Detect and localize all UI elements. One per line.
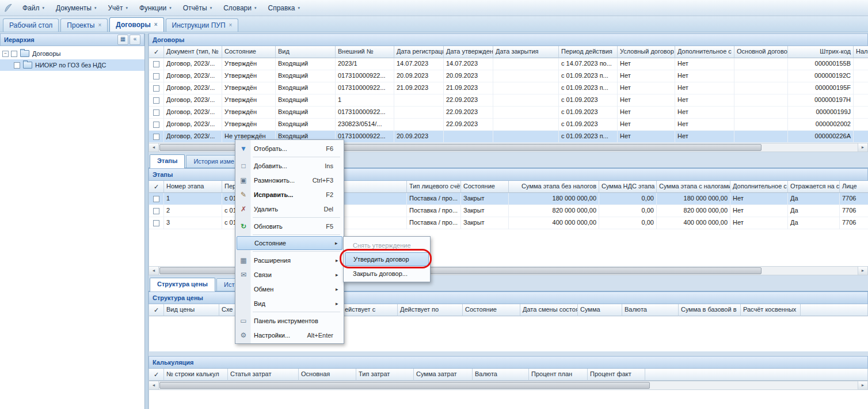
context-submenu-item-0[interactable]: Снять утверждение <box>345 238 429 252</box>
tree-checkbox[interactable] <box>11 51 17 57</box>
row-checkbox[interactable] <box>153 85 159 92</box>
row-checkbox[interactable] <box>153 122 159 128</box>
row-checkbox[interactable] <box>153 208 159 214</box>
row-checkbox[interactable] <box>153 97 159 104</box>
close-icon[interactable]: × <box>229 22 233 28</box>
column-header[interactable]: Основная <box>299 369 356 381</box>
close-icon[interactable]: × <box>98 22 101 28</box>
scroll-left-icon[interactable]: ◄ <box>149 381 159 389</box>
column-header[interactable]: Процент план <box>529 369 588 381</box>
row-checkbox[interactable] <box>153 73 159 79</box>
column-header[interactable]: Документ (тип, № <box>164 46 222 58</box>
context-menu-item[interactable]: ↻ОбновитьF5 <box>237 219 342 233</box>
scrollbar-thumb[interactable] <box>159 382 650 389</box>
column-header[interactable]: Дата регистрации <box>394 46 444 58</box>
column-header[interactable]: Валюта <box>473 369 529 381</box>
column-header[interactable]: Дата утверждения <box>444 46 493 58</box>
menu-reports[interactable]: Отчёты▾ <box>178 2 217 14</box>
context-menu-item[interactable]: ✎Исправить...F2 <box>237 187 342 202</box>
select-all-header[interactable]: ✓ <box>149 181 164 193</box>
column-header[interactable]: Нало <box>854 46 868 58</box>
context-menu-item[interactable]: Обмен▸ <box>237 282 342 296</box>
select-all-header[interactable]: ✓ <box>149 304 164 316</box>
tab-desktop[interactable]: Рабочий стол <box>3 18 59 32</box>
row-checkbox[interactable] <box>153 220 159 226</box>
select-all-header[interactable]: ✓ <box>149 46 164 58</box>
column-header[interactable]: Статья затрат <box>228 369 299 381</box>
column-header[interactable]: Сумма НДС этапа <box>599 181 657 193</box>
context-submenu-item-1[interactable]: Утвердить договор <box>345 252 429 266</box>
column-header[interactable]: Сумма этапа без налогов <box>509 181 599 193</box>
column-header[interactable]: Внешний № <box>336 46 394 58</box>
row-checkbox[interactable] <box>153 109 159 116</box>
column-header[interactable]: Дополнительное с <box>730 181 788 193</box>
tab-contracts[interactable]: Договоры× <box>109 17 163 32</box>
column-header[interactable]: Процент факт <box>588 369 645 381</box>
scroll-left-icon[interactable]: ◄ <box>149 143 159 152</box>
scrollbar-track[interactable] <box>159 381 858 389</box>
context-submenu-item-2[interactable]: Закрыть договор... <box>345 266 429 281</box>
row-checkbox[interactable] <box>153 196 159 202</box>
column-header[interactable]: Тип лицевого счёт <box>407 181 461 193</box>
tab-change-history[interactable]: История изме <box>186 155 242 168</box>
column-header[interactable]: Состояние <box>463 304 520 316</box>
context-menu-item[interactable]: ⚙Настройки...Alt+Enter <box>237 328 342 342</box>
column-header[interactable]: Валюта <box>622 304 679 316</box>
close-icon[interactable]: × <box>154 22 158 28</box>
column-header[interactable]: Состояние <box>461 181 509 193</box>
column-header[interactable]: Лице <box>840 181 868 193</box>
column-header[interactable]: Период действия <box>559 46 618 58</box>
table-row[interactable]: Договор, 2023/...УтверждёнВходящий2023/1… <box>149 58 868 70</box>
context-menu-item[interactable]: ▣Размножить...Ctrl+F3 <box>237 173 342 187</box>
context-menu-item[interactable]: ✗УдалитьDel <box>237 202 342 216</box>
column-header[interactable]: Номер этапа <box>164 181 222 193</box>
column-header[interactable]: Отражается на су <box>788 181 840 193</box>
tab-stages[interactable]: Этапы <box>150 154 185 168</box>
tab-pup-instructions[interactable]: Инструкции ПУП× <box>166 18 239 32</box>
column-header[interactable]: Дата закрытия <box>493 46 559 58</box>
horizontal-scrollbar[interactable]: ◄ ► <box>149 381 868 390</box>
menu-functions[interactable]: Функции▾ <box>134 2 177 14</box>
column-header[interactable]: Расчёт косвенных <box>741 304 801 316</box>
menu-documents[interactable]: Документы▾ <box>51 2 101 14</box>
context-menu-item[interactable]: □Добавить...Ins <box>237 158 342 173</box>
column-header[interactable]: Дата смены состоя <box>520 304 578 316</box>
column-header[interactable]: Условный договор <box>618 46 675 58</box>
column-header[interactable]: № строки калькул <box>164 369 228 381</box>
context-menu-item[interactable]: ▼Отобрать...F6 <box>237 141 342 156</box>
row-checkbox[interactable] <box>153 61 159 67</box>
menu-file[interactable]: Файл▾ <box>17 2 50 14</box>
context-menu-item[interactable]: Состояние▸ <box>237 236 342 250</box>
collapse-icon[interactable]: − <box>2 51 9 57</box>
menu-help[interactable]: Справка▾ <box>262 2 305 14</box>
column-header[interactable]: Сумма в базовой в <box>679 304 741 316</box>
context-menu-item[interactable]: ▦Расширения▸ <box>237 253 342 267</box>
tab-projects[interactable]: Проекты× <box>60 18 108 32</box>
tree-item-contracts[interactable]: − Договоры <box>0 48 144 59</box>
column-header[interactable]: ействует с <box>342 304 398 316</box>
row-checkbox[interactable] <box>153 134 159 140</box>
column-header[interactable]: Действует по <box>398 304 463 316</box>
column-header[interactable]: Штрих-код <box>788 46 854 58</box>
column-header[interactable]: Состояние <box>222 46 276 58</box>
column-header[interactable]: Сумма этапа с налогами <box>657 181 730 193</box>
grid-view-icon[interactable]: ▦ <box>117 35 128 45</box>
tree-checkbox[interactable] <box>14 62 20 69</box>
column-header[interactable]: Вид <box>276 46 336 58</box>
context-menu-item[interactable]: ▭Панель инструментов <box>237 313 342 328</box>
scroll-right-icon[interactable]: ► <box>858 267 867 275</box>
menu-dictionaries[interactable]: Словари▾ <box>218 2 261 14</box>
context-menu-item[interactable]: Вид▸ <box>237 296 342 310</box>
table-row[interactable]: Договор, 2023/...УтверждёнВходящий230823… <box>149 119 868 131</box>
column-header[interactable]: Сумма затрат <box>414 369 473 381</box>
column-header[interactable]: Сумма <box>578 304 622 316</box>
column-header[interactable]: Тип затрат <box>356 369 414 381</box>
column-header[interactable]: Основной договор <box>734 46 788 58</box>
table-row[interactable]: Договор, 2023/...УтверждёнВходящий017310… <box>149 70 868 82</box>
table-row[interactable]: Договор, 2023/...УтверждёнВходящий017310… <box>149 82 868 94</box>
tab-price-structure[interactable]: Структура цены <box>150 278 215 291</box>
select-all-header[interactable]: ✓ <box>149 369 164 381</box>
menu-accounting[interactable]: Учёт▾ <box>102 2 133 14</box>
scroll-left-icon[interactable]: ◄ <box>149 267 159 275</box>
column-header[interactable]: Дополнительное с <box>675 46 734 58</box>
